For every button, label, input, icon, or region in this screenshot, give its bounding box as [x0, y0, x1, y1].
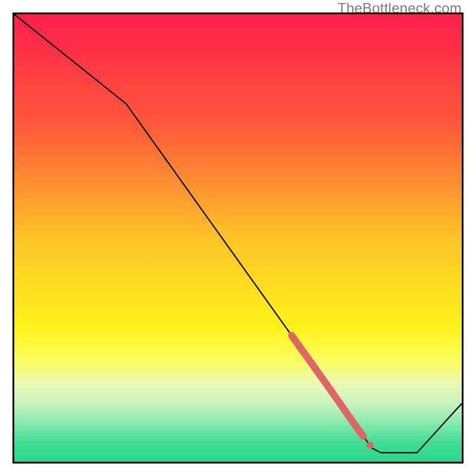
chart-frame [12, 12, 464, 464]
heat-gradient [14, 14, 462, 462]
svg-rect-0 [14, 14, 462, 462]
